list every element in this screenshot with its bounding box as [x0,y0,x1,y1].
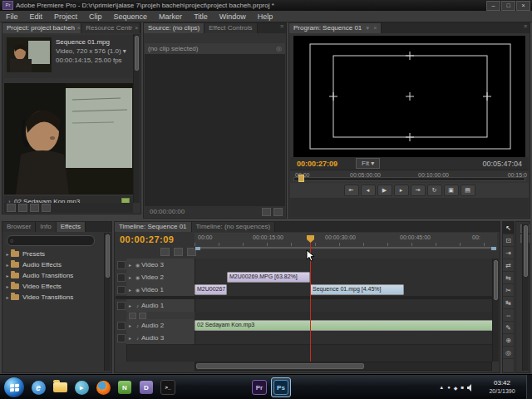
lock-icon[interactable] [117,273,126,282]
close-icon[interactable]: × [77,25,81,31]
eye-icon[interactable]: ◉ [134,262,141,268]
track-select-tool[interactable]: ⊡ [503,234,514,247]
program-current-timecode[interactable]: 00:00:27:09 [297,160,337,168]
close-button[interactable]: × [516,1,530,11]
program-scrub-ruler[interactable]: 00:00 00:05:00:00 00:10:00:00 00:15:0 [290,170,529,184]
close-icon[interactable]: × [135,25,138,31]
menu-title[interactable]: Title [188,12,214,21]
eye-icon[interactable]: ◉ [134,274,141,280]
list-item-audio-effects[interactable]: ▸ Audio Effects [4,259,104,270]
track-header-video2[interactable]: ▸ ◉ Video 2 [126,271,195,284]
zoom-tool[interactable]: ◎ [503,347,514,359]
work-area-start-handle[interactable] [195,247,200,250]
menu-clip[interactable]: Clip [83,12,108,21]
footer-icon[interactable] [273,208,283,216]
chevron-down-icon[interactable]: ▾ [123,47,126,55]
lock-icon[interactable] [117,334,126,342]
playhead-line[interactable] [310,259,311,362]
tray-app-icon[interactable]: ■ [461,385,464,390]
snap-icon[interactable] [160,248,170,256]
disclosure-icon[interactable]: ▸ [4,251,11,257]
track-header-audio3[interactable]: ▸ ♪ Audio 3 [126,332,195,345]
effects-search-input[interactable]: ○ [7,235,95,246]
tray-app-icon[interactable]: ● [447,385,451,390]
tab-program[interactable]: Program: Sequence 01 ▾ × [289,23,382,33]
taskbar-premiere[interactable]: Pr [249,377,269,397]
tab-effect-controls[interactable]: Effect Controls [204,23,257,33]
project-scrollbar[interactable] [133,34,140,203]
speaker-icon[interactable]: ♪ [134,336,141,341]
safe-margins-button[interactable]: ▣ [444,185,459,196]
edge-view-icon[interactable] [174,248,183,256]
chevron-down-icon[interactable]: ▾ [367,25,370,31]
lock-icon[interactable] [117,286,126,294]
list-item-video-transitions[interactable]: ▸ Video Transitions [4,292,104,303]
edge-scrollbar[interactable] [522,224,529,371]
lock-icon[interactable] [117,261,126,269]
timeline-hscrollbar[interactable] [195,362,492,371]
scrollbar-thumb[interactable] [135,36,139,71]
taskbar-photoshop[interactable]: Ps [271,377,291,397]
go-to-out-button[interactable]: ⇥ [411,185,426,196]
close-icon[interactable]: × [373,25,377,31]
start-button[interactable] [4,377,24,397]
disclosure-icon[interactable]: ▸ [4,294,11,300]
slide-tool[interactable]: ⇔ [503,309,514,322]
disclosure-icon[interactable]: ▸ [4,283,11,289]
razor-tool[interactable]: ✂ [503,284,514,297]
minimize-button[interactable]: – [486,1,500,11]
step-forward-button[interactable]: ▸ [394,185,409,196]
icon-view-icon[interactable] [18,204,27,212]
fit-dropdown[interactable]: Fit ▾ [356,158,380,169]
speaker-icon[interactable]: ♪ [134,323,141,328]
taskbar-violet-app[interactable]: D [136,377,156,397]
tab-effects[interactable]: Effects [57,222,86,232]
track-header-video1[interactable]: ▸ ◉ Video 1 [126,283,195,297]
output-button[interactable]: ▤ [461,185,475,196]
lock-icon[interactable] [117,322,126,330]
keyframe-icon[interactable] [139,313,146,319]
rolling-edit-tool[interactable]: ⇄ [503,259,514,272]
search-field[interactable] [16,237,86,244]
tab-timeline-sequence[interactable]: Timeline: Sequence 01 [115,222,192,232]
tab-info[interactable]: Info [36,222,56,232]
taskbar-firefox[interactable] [93,377,113,397]
menu-window[interactable]: Window [214,12,252,21]
show-hidden-icons[interactable]: ▲ [439,385,444,390]
disclosure-icon[interactable]: ▸ [126,262,134,268]
clip-m2u00269[interactable]: M2U00269.MPG [63.82%] [227,272,310,283]
menu-help[interactable]: Help [252,12,279,21]
timeline-timecode[interactable]: 00:00:27:09 [120,234,174,244]
list-item-video-effects[interactable]: ▸ Video Effects [4,281,104,292]
footer-icon[interactable] [262,208,271,216]
new-bin-icon[interactable] [30,204,39,212]
taskbar-internet-explorer[interactable]: e [28,377,48,397]
track-header-audio1[interactable]: ▸ ♪ Audio 1 [126,299,195,313]
tab-source[interactable]: Source: (no clips) [144,23,204,33]
disclosure-icon[interactable]: ▸ [126,323,134,328]
selection-tool[interactable]: ↖ [503,222,514,234]
disclosure-icon[interactable]: ▸ [4,273,11,278]
lane-audio3[interactable] [195,332,496,345]
tab-timeline-empty[interactable]: Timeline: (no sequences) [192,222,276,232]
menu-sequence[interactable]: Sequence [108,12,154,21]
menu-edit[interactable]: Edit [24,12,49,21]
play-button[interactable]: ▶ [377,185,392,196]
trash-icon[interactable] [42,204,51,212]
rate-stretch-tool[interactable]: ⇆ [503,272,514,284]
clip-sedayam-kon-audio[interactable]: 02 Sedayam Kon.mp3 [195,320,494,331]
menu-project[interactable]: Project [48,12,83,21]
disclosure-icon[interactable]: ▸ [126,287,134,293]
disclosure-icon[interactable]: ▸ [126,274,134,280]
scrollbar-thumb[interactable] [524,225,528,277]
panel-menu-icon[interactable]: ≡ [521,23,530,33]
tab-project[interactable]: Project: project bacheh× [2,23,81,33]
list-view-icon[interactable] [7,204,16,212]
list-item-audio-transitions[interactable]: ▸ Audio Transitions [4,270,104,281]
disclosure-icon[interactable]: ▸ [4,262,11,268]
hand-tool[interactable]: ⊕ [503,334,514,347]
track-header-video3[interactable]: ▸ ◉ Video 3 [126,259,195,272]
disclosure-icon[interactable]: ▸ [126,303,134,308]
lane-audio1[interactable] [195,299,496,313]
keyframe-icon[interactable] [129,313,136,319]
